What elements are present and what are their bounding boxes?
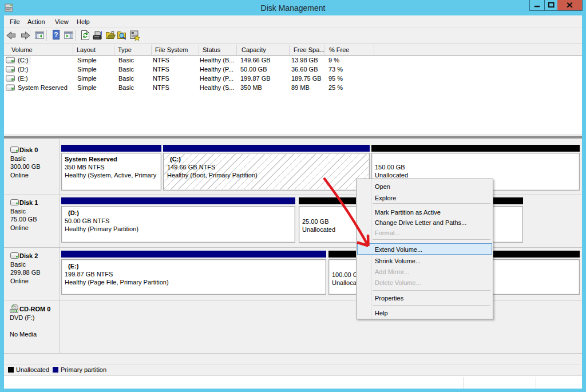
- svg-text:?: ?: [54, 31, 58, 39]
